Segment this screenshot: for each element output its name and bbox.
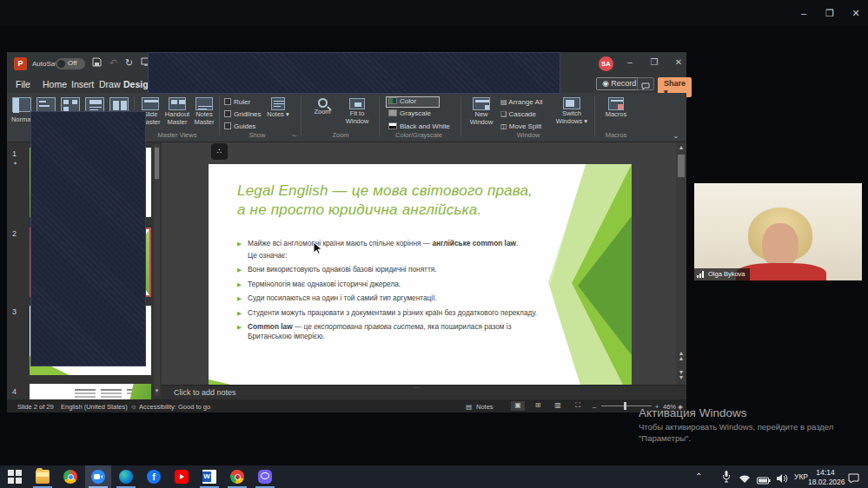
tab-draw[interactable]: Draw <box>99 79 121 89</box>
cascade-button[interactable]: ❏ Cascade <box>500 110 536 118</box>
reading-view-button[interactable] <box>109 97 129 112</box>
slide-sorter-button[interactable] <box>61 97 80 112</box>
slide-body-text[interactable]: ▶Майже всі англомовні країни мають спіль… <box>237 239 543 346</box>
thumbnails-scroll-down-icon[interactable]: ▼ <box>154 388 160 393</box>
notes-page-button[interactable] <box>85 97 104 112</box>
previous-slide-icon[interactable]: ▲▲ <box>676 351 686 360</box>
zoom-button[interactable]: Zoom <box>308 97 337 115</box>
normal-view-status-icon[interactable]: ▣ <box>511 401 525 411</box>
show-dialog-launcher-icon[interactable]: ⌙ <box>292 132 297 139</box>
outer-restore-button[interactable]: ❐ <box>824 7 836 19</box>
save-icon[interactable] <box>92 57 102 69</box>
youtube-button[interactable] <box>169 465 195 488</box>
edge-button[interactable] <box>113 465 139 488</box>
normal-view-button[interactable] <box>12 97 31 112</box>
autosave-toggle[interactable]: Off <box>56 58 85 69</box>
clock[interactable]: 14:14 18.02.2026 <box>808 468 843 486</box>
reading-view-status-icon[interactable]: ▥ <box>551 401 565 411</box>
undo-icon[interactable]: ↶ <box>109 57 117 69</box>
scroll-up-icon[interactable]: ▲ <box>676 144 686 150</box>
notes-splitter-handle[interactable]: ⋯ <box>414 385 420 392</box>
browser-button[interactable] <box>224 465 250 488</box>
slide-counter[interactable]: Slide 2 of 29 <box>17 403 54 411</box>
start-button[interactable] <box>2 465 28 488</box>
action-center-icon[interactable] <box>848 472 859 487</box>
color-button[interactable]: Color <box>386 96 440 108</box>
zoom-slider-thumb[interactable] <box>624 402 626 410</box>
ruler-checkbox[interactable]: Ruler <box>224 98 250 106</box>
microphone-icon[interactable] <box>721 470 732 486</box>
handout-master-button[interactable]: Handout Master <box>164 97 190 126</box>
scrollbar-thumb[interactable] <box>678 155 685 177</box>
bullet-item: ▶Вони використовують однакові базові юри… <box>237 265 543 274</box>
thumbnail-number-4: 4 <box>12 387 17 396</box>
facebook-button[interactable]: f <box>141 465 167 488</box>
word-button[interactable]: W <box>196 465 222 488</box>
bullet-marker-icon: ▶ <box>237 308 243 318</box>
taskbar: f W ⌃ УКР 14:14 18.02.2026 <box>0 465 868 488</box>
guides-label: Guides <box>234 122 255 130</box>
chrome-button[interactable] <box>57 465 83 488</box>
thumbnails-scrollbar-thumb[interactable] <box>155 148 159 179</box>
notes-pane[interactable]: Click to add notes ⋯ <box>162 385 686 399</box>
window-group-label: Window <box>466 131 591 139</box>
video-call-window[interactable]: Olga Bykova <box>691 179 865 284</box>
switch-windows-button[interactable]: Switch Windows ▾ <box>553 97 591 125</box>
collapse-ribbon-icon[interactable]: ⌄ <box>673 131 679 140</box>
file-explorer-icon <box>36 470 50 484</box>
tab-file[interactable]: File <box>16 79 30 89</box>
comments-icon[interactable] <box>637 77 654 90</box>
battery-icon[interactable] <box>757 472 771 488</box>
arrange-all-button[interactable]: ▤ Arrange All <box>500 98 542 106</box>
gridlines-checkbox[interactable]: Gridlines <box>224 110 262 118</box>
notes-ribbon-button[interactable]: Notes ▾ <box>266 97 290 118</box>
ppt-restore-button[interactable]: ❐ <box>648 57 660 67</box>
group-separator <box>594 96 595 136</box>
zoom-out-icon[interactable]: – <box>593 403 596 411</box>
account-avatar[interactable]: SA <box>599 56 613 71</box>
tray-chevron-icon[interactable]: ⌃ <box>695 472 702 481</box>
bullet-subline: ▶Це означає: <box>237 251 543 260</box>
slide-thumbnail-4[interactable] <box>30 384 151 399</box>
outer-minimize-button[interactable]: – <box>798 7 810 19</box>
annotation-tool-icon[interactable]: ∴ <box>211 143 228 160</box>
file-explorer-button[interactable] <box>30 465 56 488</box>
switch-windows-label: Switch Windows ▾ <box>553 109 591 125</box>
guides-checkbox[interactable]: Guides <box>224 122 255 130</box>
viber-button[interactable] <box>252 465 278 488</box>
notes-toggle-button[interactable]: Notes <box>476 403 494 411</box>
show-group-label: Show <box>224 131 290 139</box>
ppt-close-button[interactable]: ✕ <box>673 57 685 67</box>
tab-home[interactable]: Home <box>43 79 67 89</box>
slide-sorter-status-icon[interactable]: ⊞ <box>531 401 545 411</box>
macros-button[interactable]: Macros <box>600 97 633 118</box>
thumbnails-scrollbar[interactable] <box>154 144 160 396</box>
notes-master-button[interactable]: Notes Master <box>193 97 215 126</box>
redo-icon[interactable]: ↻ <box>125 57 133 69</box>
outer-close-button[interactable]: ✕ <box>850 7 862 19</box>
slide-canvas[interactable]: Legal English — це мова світового права,… <box>209 164 632 385</box>
move-split-button[interactable]: ◫ Move Split <box>500 122 541 130</box>
next-slide-icon[interactable]: ▼▼ <box>676 370 686 379</box>
slide-title[interactable]: Legal English — це мова світового права,… <box>237 181 541 221</box>
editing-scrollbar[interactable]: ▲ ▲▲ ▼▼ <box>676 142 686 385</box>
language-indicator[interactable]: English (United States) <box>61 403 128 411</box>
grayscale-button[interactable]: Grayscale <box>386 109 440 121</box>
ppt-minimize-button[interactable]: – <box>624 57 636 67</box>
edge-icon <box>119 470 133 484</box>
speaker-icon[interactable] <box>776 472 788 487</box>
fit-to-window-button[interactable]: Fit to Window <box>341 97 374 125</box>
notes-placeholder[interactable]: Click to add notes <box>174 388 236 397</box>
accessibility-status[interactable]: Accessibility: Good to go <box>139 403 210 411</box>
participant-clothing <box>736 263 826 280</box>
wifi-icon[interactable] <box>739 472 751 487</box>
participant-face <box>762 223 798 268</box>
zoom-app-button[interactable] <box>85 465 111 488</box>
group-separator <box>219 96 220 136</box>
slideshow-status-icon[interactable]: ⛶ <box>571 401 585 411</box>
language-tray-indicator[interactable]: УКР <box>794 472 808 481</box>
outline-view-button[interactable] <box>36 97 56 112</box>
thumbnail-text-lines <box>101 389 122 391</box>
new-window-button[interactable]: New Window <box>466 97 497 126</box>
tab-insert[interactable]: Insert <box>71 79 94 89</box>
